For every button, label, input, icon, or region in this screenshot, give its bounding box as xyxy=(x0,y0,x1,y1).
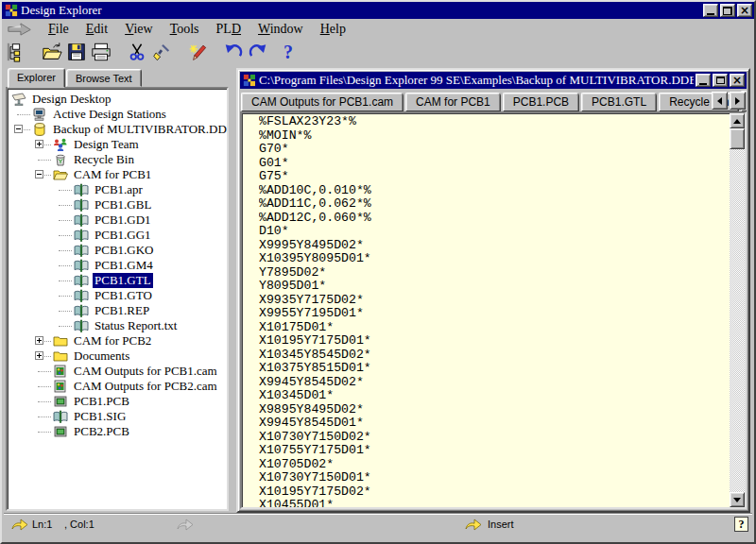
editor-line: G75* xyxy=(259,170,728,184)
editor-line: X9945Y8545D02* xyxy=(259,376,728,390)
tree-item-design-desktop[interactable]: Design Desktop xyxy=(8,92,227,107)
tree-item-status-report-txt[interactable]: Status Report.txt xyxy=(8,318,227,333)
doc-tab-pcb1-pcb[interactable]: PCB1.PCB xyxy=(503,93,579,111)
open-document-button[interactable] xyxy=(40,40,64,64)
tree-item-recycle-bin[interactable]: Recycle Bin xyxy=(8,152,227,167)
tree-item-cam-for-pcb1[interactable]: CAM for PCB1 xyxy=(8,167,227,182)
help-icon: ? xyxy=(284,42,304,62)
tree-label: Status Report.txt xyxy=(93,318,179,333)
tree-label: PCB1.PCB xyxy=(72,394,131,409)
editor-line: %ADD12C,0.060*% xyxy=(259,212,728,226)
minus-expander-icon[interactable] xyxy=(35,170,43,178)
status-arrow-icon xyxy=(11,518,28,531)
line-indicator: Ln:1 xyxy=(32,518,52,530)
tree-item-pcb1-sig[interactable]: PCB1.SIG xyxy=(8,409,227,424)
scroll-thumb[interactable] xyxy=(730,128,745,149)
wizard-button[interactable] xyxy=(185,40,210,64)
design-menu-arrow-icon[interactable] xyxy=(6,22,34,36)
print-button[interactable] xyxy=(89,40,113,64)
menu-pld[interactable]: PLD xyxy=(208,21,249,38)
cut-button[interactable] xyxy=(125,40,149,64)
menu-view[interactable]: View xyxy=(116,21,162,38)
menu-edit[interactable]: Edit xyxy=(77,21,116,38)
tree-label: PCB1.GTO xyxy=(93,288,154,303)
tree-item-documents[interactable]: Documents xyxy=(8,348,227,364)
tree-item-pcb2-pcb[interactable]: PCB2.PCB xyxy=(8,424,227,439)
tree-item-backup-of-multivibrator-ddb[interactable]: Backup of MULTIVIBRATOR.DDB xyxy=(8,122,227,137)
redo-icon xyxy=(248,42,268,62)
redo-button[interactable] xyxy=(246,40,270,64)
tree-item-pcb1-rep[interactable]: PCB1.REP xyxy=(8,303,227,318)
tree-connector xyxy=(59,265,72,266)
tree-item-design-team[interactable]: Design Team xyxy=(8,137,227,152)
document-window-controls: × xyxy=(694,74,745,87)
tab-scroll-right-button[interactable] xyxy=(730,92,746,110)
plus-expander-icon[interactable] xyxy=(35,351,43,360)
doc-minimize-button[interactable] xyxy=(696,74,711,87)
close-button[interactable]: × xyxy=(737,4,752,17)
tree-label: Recycle Bin xyxy=(72,152,136,167)
editor-line: %MOIN*% xyxy=(259,129,728,144)
paste-icon xyxy=(151,42,172,62)
tree-label: PCB1.GTL xyxy=(93,273,153,288)
tree-item-cam-for-pcb2[interactable]: CAM for PCB2 xyxy=(8,333,227,348)
tree-item-pcb1-gbl[interactable]: PCB1.GBL xyxy=(8,197,227,212)
tree-item-pcb1-gko[interactable]: PCB1.GKO xyxy=(8,243,227,258)
tree-item-pcb1-gtl[interactable]: PCB1.GTL xyxy=(8,273,227,288)
tree-item-pcb1-gto[interactable]: PCB1.GTO xyxy=(8,288,227,303)
editor-content[interactable]: %FSLAX23Y23*%%MOIN*%G70*G01*G75*%ADD10C,… xyxy=(259,115,728,507)
tree-label: CAM Outputs for PCB1.cam xyxy=(72,364,219,379)
tree-connector xyxy=(59,311,72,312)
editor-line: X10195Y7175D02* xyxy=(259,485,728,500)
tree-label: PCB1.REP xyxy=(93,303,151,318)
menu-window[interactable]: Window xyxy=(249,21,312,38)
doc-close-button[interactable]: × xyxy=(730,74,745,87)
menu-tools[interactable]: Tools xyxy=(162,21,208,38)
editor-vscrollbar[interactable] xyxy=(730,113,745,507)
book-icon xyxy=(74,258,89,273)
scroll-down-button[interactable] xyxy=(730,492,745,507)
design-manager-toggle-button[interactable] xyxy=(4,40,28,64)
tree-connector xyxy=(38,386,51,387)
tab-scroll-left-button[interactable] xyxy=(712,92,728,110)
status-arrow-gray-icon xyxy=(177,518,194,531)
tree-item-pcb1-pcb[interactable]: PCB1.PCB xyxy=(8,394,227,409)
tree-label: Design Team xyxy=(72,137,141,152)
restore-button[interactable] xyxy=(720,4,735,17)
tree-connector xyxy=(38,371,51,372)
editor-line: Y7895D02* xyxy=(259,266,728,280)
help-button[interactable]: ? xyxy=(282,40,306,64)
paste-button[interactable] xyxy=(149,40,174,64)
tree-item-pcb1-apr[interactable]: PCB1.apr xyxy=(8,182,227,197)
editor-line: G70* xyxy=(259,143,728,157)
save-button[interactable] xyxy=(64,40,89,64)
menu-help[interactable]: Help xyxy=(312,21,354,38)
tree-connector xyxy=(59,326,72,327)
tree-item-pcb1-gd1[interactable]: PCB1.GD1 xyxy=(8,212,227,228)
window-controls: × xyxy=(701,4,752,17)
plus-expander-icon[interactable] xyxy=(35,140,43,148)
doc-tab-pcb1-gtl[interactable]: PCB1.GTL xyxy=(581,93,657,111)
tab-explorer[interactable]: Explorer xyxy=(8,68,65,88)
tree-item-active-design-stations[interactable]: Active Design Stations xyxy=(8,107,227,122)
insert-arrow-icon xyxy=(465,518,482,531)
tab-browse-text[interactable]: Browse Text xyxy=(66,69,142,87)
scroll-up-button[interactable] xyxy=(730,113,745,128)
minus-expander-icon[interactable] xyxy=(14,125,23,133)
tree-item-pcb1-gg1[interactable]: PCB1.GG1 xyxy=(8,228,227,243)
toolbar: ? xyxy=(2,39,754,65)
tree-item-cam-outputs-for-pcb2-cam[interactable]: CAM Outputs for PCB2.cam xyxy=(8,379,227,394)
tree-item-pcb1-gm4[interactable]: PCB1.GM4 xyxy=(8,258,227,273)
minimize-button[interactable] xyxy=(703,4,718,17)
menu-file[interactable]: File xyxy=(40,21,77,38)
plus-expander-icon[interactable] xyxy=(35,336,43,345)
status-help-button[interactable]: ? xyxy=(734,517,748,532)
doc-tab-cam-for-pcb1[interactable]: CAM for PCB1 xyxy=(405,93,501,111)
undo-button[interactable] xyxy=(221,40,246,64)
doc-tab-cam-outputs-for-pcb1-cam[interactable]: CAM Outputs for PCB1.cam xyxy=(241,93,404,111)
text-editor[interactable]: %FSLAX23Y23*%%MOIN*%G70*G01*G75*%ADD10C,… xyxy=(240,111,747,509)
tree-label: CAM for PCB2 xyxy=(72,333,153,348)
doc-maximize-button[interactable] xyxy=(713,74,728,87)
tree-label: PCB1.SIG xyxy=(72,409,128,424)
tree-item-cam-outputs-for-pcb1-cam[interactable]: CAM Outputs for PCB1.cam xyxy=(8,364,227,379)
